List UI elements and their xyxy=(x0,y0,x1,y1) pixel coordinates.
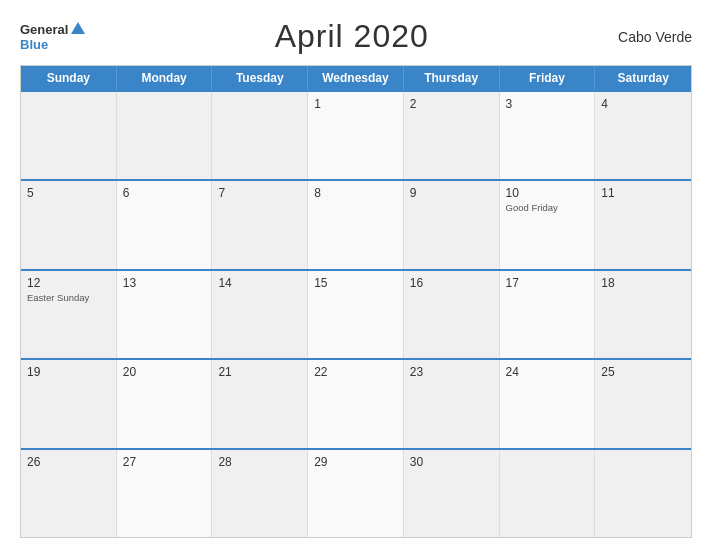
day-cell: 27 xyxy=(117,450,213,537)
day-number: 10 xyxy=(506,186,519,200)
day-number: 2 xyxy=(410,97,417,111)
day-header-wednesday: Wednesday xyxy=(308,66,404,90)
weeks-container: 12345678910Good Friday1112Easter Sunday1… xyxy=(21,90,691,537)
country-label: Cabo Verde xyxy=(618,29,692,45)
day-cell xyxy=(21,92,117,179)
logo-general: General xyxy=(20,22,68,37)
day-header-monday: Monday xyxy=(117,66,213,90)
day-number: 11 xyxy=(601,186,614,200)
day-cell: 28 xyxy=(212,450,308,537)
day-cell: 20 xyxy=(117,360,213,447)
day-cell: 24 xyxy=(500,360,596,447)
day-number: 6 xyxy=(123,186,130,200)
day-number: 5 xyxy=(27,186,34,200)
day-cell: 10Good Friday xyxy=(500,181,596,268)
day-number: 4 xyxy=(601,97,608,111)
day-cell: 11 xyxy=(595,181,691,268)
week-row-4: 19202122232425 xyxy=(21,358,691,447)
day-cell: 17 xyxy=(500,271,596,358)
day-cell xyxy=(595,450,691,537)
day-header-friday: Friday xyxy=(500,66,596,90)
day-number: 20 xyxy=(123,365,136,379)
week-row-1: 1234 xyxy=(21,90,691,179)
day-cell: 4 xyxy=(595,92,691,179)
day-number: 15 xyxy=(314,276,327,290)
day-number: 28 xyxy=(218,455,231,469)
calendar-title: April 2020 xyxy=(275,18,429,55)
day-cell: 6 xyxy=(117,181,213,268)
day-cell: 3 xyxy=(500,92,596,179)
day-cell: 26 xyxy=(21,450,117,537)
day-number: 8 xyxy=(314,186,321,200)
day-cell: 13 xyxy=(117,271,213,358)
day-number: 23 xyxy=(410,365,423,379)
day-number: 12 xyxy=(27,276,40,290)
page: General Blue April 2020 Cabo Verde Sunda… xyxy=(0,0,712,550)
day-header-sunday: Sunday xyxy=(21,66,117,90)
day-cell xyxy=(212,92,308,179)
day-number: 17 xyxy=(506,276,519,290)
day-header-tuesday: Tuesday xyxy=(212,66,308,90)
day-number: 30 xyxy=(410,455,423,469)
day-cell: 30 xyxy=(404,450,500,537)
day-cell xyxy=(117,92,213,179)
day-cell: 8 xyxy=(308,181,404,268)
day-number: 9 xyxy=(410,186,417,200)
day-number: 24 xyxy=(506,365,519,379)
day-headers-row: SundayMondayTuesdayWednesdayThursdayFrid… xyxy=(21,66,691,90)
day-number: 19 xyxy=(27,365,40,379)
day-event-label: Easter Sunday xyxy=(27,292,89,303)
day-number: 3 xyxy=(506,97,513,111)
day-cell: 23 xyxy=(404,360,500,447)
day-cell: 5 xyxy=(21,181,117,268)
week-row-2: 5678910Good Friday11 xyxy=(21,179,691,268)
day-cell: 1 xyxy=(308,92,404,179)
logo-blue: Blue xyxy=(20,37,48,52)
day-number: 22 xyxy=(314,365,327,379)
day-number: 1 xyxy=(314,97,321,111)
day-cell: 18 xyxy=(595,271,691,358)
day-cell: 2 xyxy=(404,92,500,179)
day-event-label: Good Friday xyxy=(506,202,558,213)
day-number: 16 xyxy=(410,276,423,290)
day-number: 18 xyxy=(601,276,614,290)
calendar: SundayMondayTuesdayWednesdayThursdayFrid… xyxy=(20,65,692,538)
day-number: 13 xyxy=(123,276,136,290)
day-cell: 7 xyxy=(212,181,308,268)
day-cell: 9 xyxy=(404,181,500,268)
header: General Blue April 2020 Cabo Verde xyxy=(20,18,692,55)
logo: General Blue xyxy=(20,22,85,52)
day-number: 29 xyxy=(314,455,327,469)
day-cell: 22 xyxy=(308,360,404,447)
day-cell: 29 xyxy=(308,450,404,537)
day-cell: 16 xyxy=(404,271,500,358)
day-number: 7 xyxy=(218,186,225,200)
day-cell: 15 xyxy=(308,271,404,358)
day-cell xyxy=(500,450,596,537)
day-number: 25 xyxy=(601,365,614,379)
day-number: 26 xyxy=(27,455,40,469)
day-cell: 14 xyxy=(212,271,308,358)
day-cell: 21 xyxy=(212,360,308,447)
day-number: 14 xyxy=(218,276,231,290)
day-cell: 12Easter Sunday xyxy=(21,271,117,358)
logo-triangle-icon xyxy=(71,22,85,34)
day-number: 21 xyxy=(218,365,231,379)
day-header-saturday: Saturday xyxy=(595,66,691,90)
day-header-thursday: Thursday xyxy=(404,66,500,90)
day-cell: 25 xyxy=(595,360,691,447)
day-number: 27 xyxy=(123,455,136,469)
week-row-3: 12Easter Sunday131415161718 xyxy=(21,269,691,358)
day-cell: 19 xyxy=(21,360,117,447)
week-row-5: 2627282930 xyxy=(21,448,691,537)
